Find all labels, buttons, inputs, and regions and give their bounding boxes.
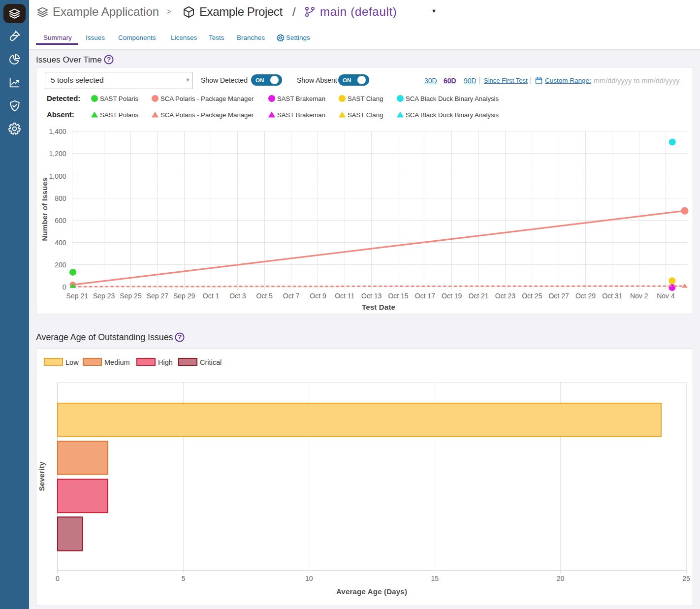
svg-text:Sep 23: Sep 23 — [93, 292, 115, 300]
svg-text:1,200: 1,200 — [49, 150, 66, 158]
svg-text:15: 15 — [431, 575, 439, 582]
svg-text:200: 200 — [55, 261, 66, 269]
svg-text:0: 0 — [63, 283, 66, 291]
svg-text:Sep 21: Sep 21 — [66, 292, 89, 300]
svg-text:Oct 7: Oct 7 — [283, 292, 300, 300]
svg-text:10: 10 — [305, 575, 313, 582]
svg-text:Oct 11: Oct 11 — [335, 292, 354, 300]
svg-text:Sep 27: Sep 27 — [147, 292, 169, 300]
svg-text:Oct 5: Oct 5 — [256, 292, 273, 300]
svg-text:?: ? — [107, 56, 111, 63]
svg-text:25: 25 — [682, 575, 690, 582]
svg-text:Oct 15: Oct 15 — [388, 292, 408, 300]
svg-text:0: 0 — [56, 575, 60, 582]
svg-text:5: 5 — [182, 575, 186, 582]
svg-text:Number of Issues: Number of Issues — [40, 177, 49, 241]
svg-text:Sep 29: Sep 29 — [173, 292, 195, 300]
svg-text:?: ? — [178, 333, 182, 341]
svg-text:800: 800 — [55, 194, 66, 202]
svg-text:Nov 4: Nov 4 — [657, 292, 675, 300]
svg-text:Nov 2: Nov 2 — [630, 292, 648, 300]
svg-text:Oct 25: Oct 25 — [522, 292, 542, 300]
svg-text:1,400: 1,400 — [49, 128, 66, 135]
svg-text:Oct 31: Oct 31 — [602, 292, 622, 300]
svg-text:Oct 29: Oct 29 — [575, 292, 596, 300]
svg-text:1,000: 1,000 — [49, 172, 66, 180]
svg-text:Oct 21: Oct 21 — [468, 292, 488, 300]
svg-text:Average Age (Days): Average Age (Days) — [336, 587, 407, 596]
svg-text:Oct 13: Oct 13 — [361, 292, 382, 300]
svg-text:Severity: Severity — [37, 461, 46, 491]
svg-text:600: 600 — [55, 217, 66, 224]
svg-text:Oct 19: Oct 19 — [442, 292, 462, 300]
svg-text:Oct 17: Oct 17 — [415, 292, 435, 300]
svg-text:Oct 3: Oct 3 — [229, 292, 246, 300]
svg-text:20: 20 — [557, 575, 565, 582]
svg-text:Test Date: Test Date — [362, 303, 395, 311]
svg-text:Oct 1: Oct 1 — [203, 292, 220, 300]
svg-text:Oct 9: Oct 9 — [310, 292, 326, 300]
svg-text:Oct 27: Oct 27 — [548, 292, 569, 300]
svg-text:Oct 23: Oct 23 — [495, 292, 515, 300]
svg-text:Sep 25: Sep 25 — [120, 292, 142, 300]
svg-text:400: 400 — [55, 239, 66, 247]
